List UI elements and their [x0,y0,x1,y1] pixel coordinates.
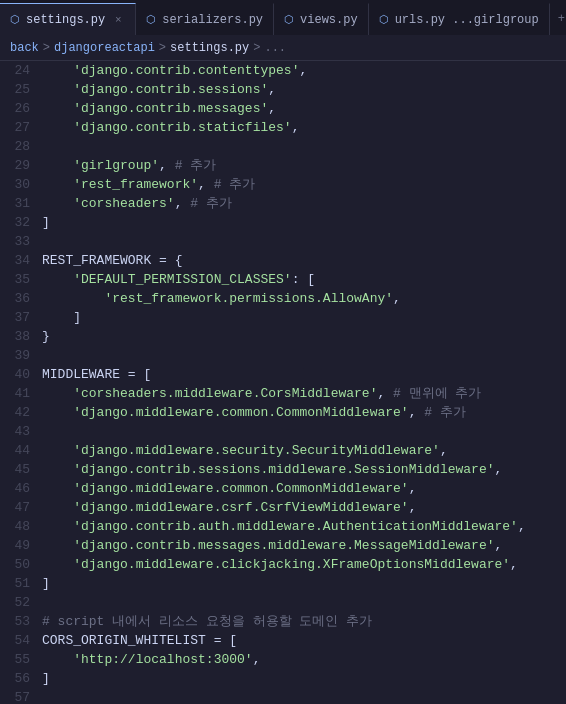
breadcrumb: back > djangoreactapi > settings.py > ..… [0,35,566,61]
code-line [42,232,556,251]
line-number: 31 [0,194,30,213]
py-icon: ⬡ [10,13,20,26]
breadcrumb-sep3: > [253,41,260,55]
code-line: 'django.middleware.common.CommonMiddlewa… [42,479,556,498]
line-number: 35 [0,270,30,289]
line-number: 30 [0,175,30,194]
code-line: 'django.contrib.sessions.middleware.Sess… [42,460,556,479]
line-numbers: 2425262728293031323334353637383940414243… [0,61,38,704]
code-line: 'django.contrib.contenttypes', [42,61,556,80]
code-line [42,137,556,156]
line-number: 28 [0,137,30,156]
line-number: 55 [0,650,30,669]
code-line: 'DEFAULT_PERMISSION_CLASSES': [ [42,270,556,289]
code-container: 2425262728293031323334353637383940414243… [0,61,566,704]
code-line [42,422,556,441]
tab-urls-py[interactable]: ⬡ urls.py ...girlgroup [369,3,550,35]
code-lines[interactable]: 'django.contrib.contenttypes', 'django.c… [38,61,566,704]
line-number: 52 [0,593,30,612]
line-number: 47 [0,498,30,517]
line-number: 45 [0,460,30,479]
tab-label: views.py [300,13,358,27]
line-number: 25 [0,80,30,99]
line-number: 24 [0,61,30,80]
line-number: 50 [0,555,30,574]
code-line: 'girlgroup', # 추가 [42,156,556,175]
line-number: 42 [0,403,30,422]
code-line: 'django.contrib.messages', [42,99,556,118]
code-line [42,346,556,365]
tab-new[interactable]: + [550,3,566,35]
line-number: 33 [0,232,30,251]
code-line [42,593,556,612]
code-line: CORS_ORIGIN_WHITELIST = [ [42,631,556,650]
tab-settings-py[interactable]: ⬡ settings.py × [0,3,136,35]
code-line: REST_FRAMEWORK = { [42,251,556,270]
close-tab-icon[interactable]: × [111,13,125,27]
code-line: 'corsheaders', # 추가 [42,194,556,213]
line-number: 56 [0,669,30,688]
code-line: 'django.middleware.csrf.CsrfViewMiddlewa… [42,498,556,517]
tab-views-py[interactable]: ⬡ views.py [274,3,369,35]
line-number: 29 [0,156,30,175]
code-line: 'django.middleware.security.SecurityMidd… [42,441,556,460]
code-line: 'http://localhost:3000', [42,650,556,669]
line-number: 38 [0,327,30,346]
line-number: 32 [0,213,30,232]
line-number: 51 [0,574,30,593]
code-line: 'django.contrib.staticfiles', [42,118,556,137]
code-line: 'django.contrib.sessions', [42,80,556,99]
line-number: 27 [0,118,30,137]
line-number: 48 [0,517,30,536]
line-number: 39 [0,346,30,365]
breadcrumb-folder[interactable]: djangoreactapi [54,41,155,55]
tab-serializers-py[interactable]: ⬡ serializers.py [136,3,274,35]
code-line: MIDDLEWARE = [ [42,365,556,384]
line-number: 26 [0,99,30,118]
code-line: 'django.middleware.common.CommonMiddlewa… [42,403,556,422]
line-number: 57 [0,688,30,704]
line-number: 53 [0,612,30,631]
line-number: 40 [0,365,30,384]
code-line: ] [42,213,556,232]
code-line: ] [42,669,556,688]
line-number: 41 [0,384,30,403]
py-icon: ⬡ [379,13,389,26]
line-number: 34 [0,251,30,270]
line-number: 44 [0,441,30,460]
line-number: 54 [0,631,30,650]
tab-label: settings.py [26,13,105,27]
line-number: 49 [0,536,30,555]
py-icon: ⬡ [146,13,156,26]
code-line: 'django.contrib.messages.middleware.Mess… [42,536,556,555]
code-line: 'django.middleware.clickjacking.XFrameOp… [42,555,556,574]
tab-label: urls.py ...girlgroup [395,13,539,27]
breadcrumb-sep2: > [159,41,166,55]
code-line: ] [42,574,556,593]
line-number: 36 [0,289,30,308]
code-line [42,688,556,704]
py-icon: ⬡ [284,13,294,26]
code-line: 'django.contrib.auth.middleware.Authenti… [42,517,556,536]
code-line: } [42,327,556,346]
tab-label: serializers.py [162,13,263,27]
code-line: # script 내에서 리소스 요청을 허용할 도메인 추가 [42,612,556,631]
breadcrumb-file: settings.py [170,41,249,55]
tab-bar: ⬡ settings.py × ⬡ serializers.py ⬡ views… [0,0,566,35]
breadcrumb-sep1: > [43,41,50,55]
code-line: 'rest_framework', # 추가 [42,175,556,194]
code-line: ] [42,308,556,327]
breadcrumb-ellipsis: ... [264,41,286,55]
code-line: 'rest_framework.permissions.AllowAny', [42,289,556,308]
line-number: 37 [0,308,30,327]
line-number: 46 [0,479,30,498]
line-number: 43 [0,422,30,441]
code-line: 'corsheaders.middleware.CorsMiddleware',… [42,384,556,403]
back-link[interactable]: back [10,41,39,55]
